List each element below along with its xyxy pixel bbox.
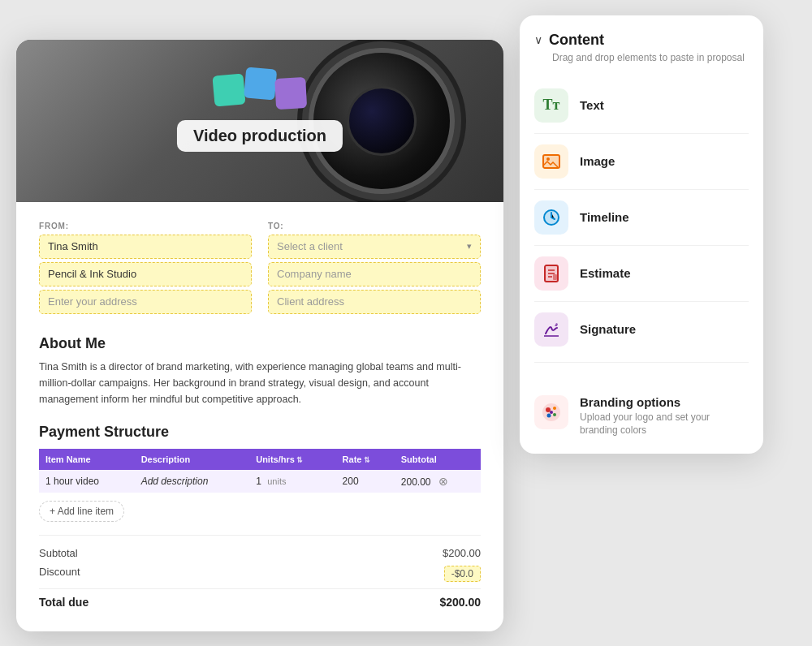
svg-point-2 (546, 157, 550, 161)
panel-header: ∨ Content (534, 32, 749, 49)
image-icon-container (534, 144, 568, 179)
payment-section: Payment Structure Item Name Description … (39, 424, 481, 522)
to-label: TO: (268, 222, 481, 230)
table-row: 1 hour video Add description 1 units 200… (39, 470, 481, 493)
total-due-label: Total due (39, 596, 89, 609)
remove-row-button[interactable]: ⊗ (438, 475, 448, 488)
add-line-button[interactable]: + Add line item (39, 501, 124, 522)
subtotal-label: Subtotal (39, 547, 78, 559)
text-item-label: Text (580, 98, 604, 112)
text-icon: Tт (543, 97, 560, 114)
col-subtotal: Subtotal (395, 449, 481, 470)
discount-value[interactable]: -$0.0 (444, 566, 481, 582)
about-text: Tina Smith is a director of brand market… (39, 359, 481, 407)
cell-description[interactable]: Add description (135, 470, 250, 493)
total-due-value: $200.00 (439, 596, 481, 609)
timeline-icon (542, 208, 561, 227)
proposal-body: FROM: Tina Smith Pencil & Ink Studio Ent… (16, 202, 503, 631)
discount-label: Discount (39, 566, 80, 582)
content-item-timeline[interactable]: Timeline (534, 190, 749, 246)
col-units[interactable]: Units/hrs (249, 449, 335, 470)
proposal-title-badge: Video production (177, 120, 343, 152)
branding-section[interactable]: Branding options Upload your logo and se… (534, 382, 749, 438)
total-due-row: Total due $200.00 (39, 588, 481, 612)
subtotal-value: $200.00 (443, 547, 481, 559)
discount-row: Discount -$0.0 (39, 562, 481, 585)
signature-item-label: Signature (580, 322, 636, 336)
subtotal-row: Subtotal $200.00 (39, 544, 481, 562)
to-address-field[interactable]: Client address (268, 290, 481, 314)
svg-point-13 (546, 407, 551, 412)
estimate-icon-container (534, 256, 568, 291)
svg-rect-10 (553, 274, 557, 280)
estimate-item-label: Estimate (580, 266, 631, 280)
timeline-item-label: Timeline (580, 210, 629, 224)
content-item-estimate[interactable]: Estimate (534, 246, 749, 302)
to-column: TO: Select a client ▾ Company name Clien… (268, 222, 481, 317)
svg-point-17 (550, 411, 553, 414)
content-panel: ∨ Content Drag and drop elements to past… (520, 15, 763, 454)
signature-icon-container (534, 312, 568, 347)
branding-icon (541, 402, 562, 423)
signature-icon (542, 320, 561, 339)
to-client-select[interactable]: Select a client ▾ (268, 235, 481, 259)
image-icon (542, 152, 561, 171)
from-to-section: FROM: Tina Smith Pencil & Ink Studio Ent… (39, 222, 481, 317)
col-item-name: Item Name (39, 449, 135, 470)
payment-table: Item Name Description Units/hrs Rate Sub… (39, 449, 481, 493)
from-name-field[interactable]: Tina Smith (39, 235, 252, 259)
content-item-signature[interactable]: Signature (534, 302, 749, 357)
svg-point-16 (547, 413, 551, 417)
col-description: Description (135, 449, 250, 470)
cell-units[interactable]: 1 units (249, 470, 335, 493)
cube-green (212, 73, 245, 106)
cell-subtotal: 200.00 ⊗ (395, 470, 481, 493)
cell-rate[interactable]: 200 (336, 470, 395, 493)
panel-title: Content (549, 32, 604, 49)
from-column: FROM: Tina Smith Pencil & Ink Studio Ent… (39, 222, 252, 317)
timeline-icon-container (534, 200, 568, 235)
cube-blue (244, 67, 277, 100)
col-rate[interactable]: Rate (336, 449, 395, 470)
cell-item-name[interactable]: 1 hour video (39, 470, 135, 493)
branding-title: Branding options (580, 395, 749, 409)
from-label: FROM: (39, 222, 252, 230)
logo-block: Video production (177, 75, 343, 152)
about-title: About Me (39, 335, 481, 352)
image-item-label: Image (580, 154, 615, 168)
text-icon-container: Tт (534, 88, 568, 123)
content-item-image[interactable]: Image (534, 134, 749, 190)
logo-cubes (214, 75, 306, 106)
branding-desc: Upload your logo and set your branding c… (580, 411, 749, 438)
proposal-card: Video production FROM: Tina Smith Pencil… (16, 40, 503, 631)
estimate-icon (542, 264, 561, 283)
cube-purple (274, 77, 307, 110)
branding-text: Branding options Upload your logo and se… (580, 395, 749, 438)
select-arrow-icon: ▾ (467, 241, 472, 252)
payment-title: Payment Structure (39, 424, 481, 441)
totals-section: Subtotal $200.00 Discount -$0.0 Total du… (39, 535, 481, 612)
svg-point-15 (553, 413, 556, 416)
svg-point-14 (553, 407, 556, 410)
from-address-field[interactable]: Enter your address (39, 290, 252, 314)
chevron-icon[interactable]: ∨ (534, 33, 542, 46)
branding-icon-container (534, 395, 568, 429)
to-company-field[interactable]: Company name (268, 262, 481, 286)
content-items-list: Tт Text Image (534, 78, 749, 357)
content-item-text[interactable]: Tт Text (534, 78, 749, 134)
about-section: About Me Tina Smith is a director of bra… (39, 335, 481, 407)
proposal-header: Video production (16, 40, 503, 202)
branding-divider: Branding options Upload your logo and se… (534, 362, 749, 438)
from-company-field[interactable]: Pencil & Ink Studio (39, 262, 252, 286)
panel-subtitle: Drag and drop elements to paste in propo… (534, 52, 749, 63)
